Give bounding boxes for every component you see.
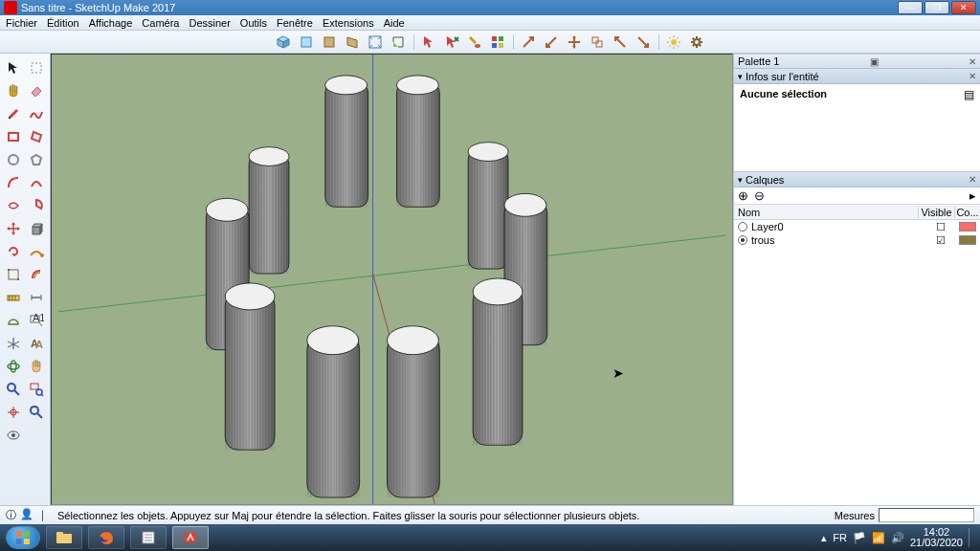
pencil-icon[interactable] xyxy=(3,103,24,124)
tray-flag-icon[interactable]: 🏳️ xyxy=(853,532,866,544)
dimension-icon[interactable] xyxy=(26,287,47,308)
tray-lang[interactable]: FR xyxy=(833,532,847,543)
select-arrow-icon[interactable] xyxy=(3,57,24,78)
palette-header[interactable]: Palette 1 ▣ ✕ xyxy=(734,54,980,69)
tray-sound-icon[interactable]: 🔊 xyxy=(891,532,904,544)
layers-header[interactable]: Calques ✕ xyxy=(734,172,980,187)
arc-icon[interactable] xyxy=(3,172,24,193)
pan-icon[interactable] xyxy=(26,356,47,377)
layers-close-icon[interactable]: ✕ xyxy=(969,174,976,185)
offset-icon[interactable] xyxy=(26,264,47,285)
rotate-icon[interactable] xyxy=(3,241,24,262)
layer-color-swatch[interactable] xyxy=(959,222,976,231)
hand-pan-icon[interactable] xyxy=(3,80,24,101)
scale-icon[interactable] xyxy=(3,264,24,285)
3d-viewport[interactable]: ➤ xyxy=(51,54,733,505)
palette-close-icon[interactable]: ✕ xyxy=(969,56,976,67)
arrow-ne-icon[interactable] xyxy=(518,33,539,52)
tape-icon[interactable] xyxy=(3,287,24,308)
layer-name[interactable]: trous xyxy=(751,234,923,246)
tray-network-icon[interactable]: 📶 xyxy=(872,532,885,544)
layer-color-swatch[interactable] xyxy=(959,235,976,245)
palette-collapse-icon[interactable]: ▣ xyxy=(870,56,879,67)
layer-active-radio[interactable] xyxy=(738,235,747,245)
select-red-icon[interactable] xyxy=(418,33,439,52)
look-around-icon[interactable] xyxy=(3,425,24,446)
layer-active-radio[interactable] xyxy=(738,222,747,231)
taskbar-notepad-icon[interactable] xyxy=(130,526,167,549)
layer-add-icon[interactable]: ⊕ xyxy=(738,188,748,203)
color-icon[interactable] xyxy=(487,33,508,52)
eraser-pink-icon[interactable] xyxy=(26,80,47,101)
start-button[interactable] xyxy=(6,526,40,549)
text-label-icon[interactable]: A1 xyxy=(26,310,47,331)
select-cross-icon[interactable] xyxy=(441,33,462,52)
cube-iso-icon[interactable] xyxy=(273,33,294,52)
axes-icon[interactable] xyxy=(3,333,24,354)
measure-input[interactable] xyxy=(879,508,974,522)
layers-menu-icon[interactable]: ▸ xyxy=(969,188,976,203)
cube-front-icon[interactable] xyxy=(319,33,340,52)
layer-remove-icon[interactable]: ⊖ xyxy=(754,188,765,203)
arrow-move-icon[interactable] xyxy=(564,33,585,52)
arc-3pt-icon[interactable] xyxy=(3,195,24,216)
status-user-icon[interactable]: 👤 xyxy=(20,508,33,522)
menu-fichier[interactable]: Fichier xyxy=(6,17,37,29)
zoom-window-icon[interactable] xyxy=(26,379,47,400)
arrow-sw-icon[interactable] xyxy=(541,33,562,52)
rectangle-select-icon[interactable] xyxy=(26,57,47,78)
taskbar-explorer-icon[interactable] xyxy=(46,526,82,549)
menu-camera[interactable]: Caméra xyxy=(142,17,179,29)
polygon-icon[interactable] xyxy=(26,149,47,170)
paint-icon[interactable] xyxy=(464,33,485,52)
pie-icon[interactable] xyxy=(26,195,47,216)
taskbar-sketchup-icon[interactable] xyxy=(172,526,209,549)
menu-affichage[interactable]: Affichage xyxy=(89,17,133,29)
entityinfo-close-icon[interactable]: ✕ xyxy=(969,71,976,81)
tray-clock[interactable]: 14:02 21/03/2020 xyxy=(910,527,963,548)
circle-icon[interactable] xyxy=(3,149,24,170)
menu-fenetre[interactable]: Fenêtre xyxy=(277,17,313,29)
protractor-icon[interactable] xyxy=(3,310,24,331)
minimize-button[interactable]: — xyxy=(898,1,923,14)
freehand-icon[interactable] xyxy=(26,103,47,124)
layer-row[interactable]: trous ☑ xyxy=(734,233,980,247)
followme-icon[interactable] xyxy=(26,241,47,262)
show-desktop-button[interactable] xyxy=(969,528,974,547)
tray-expand-icon[interactable]: ▴ xyxy=(821,532,827,544)
zoom-ext-icon[interactable] xyxy=(26,402,47,423)
3dtext-icon[interactable]: AA xyxy=(26,333,47,354)
arrow-copy-icon[interactable] xyxy=(587,33,608,52)
move-icon[interactable] xyxy=(3,218,24,239)
arrow-nw-icon[interactable] xyxy=(610,33,631,52)
menu-edition[interactable]: Édition xyxy=(47,17,79,29)
cube-right-icon[interactable] xyxy=(342,33,363,52)
status-help-icon[interactable]: ⓘ xyxy=(6,508,16,522)
menu-outils[interactable]: Outils xyxy=(240,17,267,29)
taskbar-firefox-icon[interactable] xyxy=(88,526,124,549)
zoom-prev-icon[interactable] xyxy=(388,33,409,52)
zoom-extents-icon[interactable] xyxy=(365,33,386,52)
arrow-se-icon[interactable] xyxy=(633,33,654,52)
rectangle-icon[interactable] xyxy=(3,126,24,147)
entityinfo-header[interactable]: Infos sur l'entité ✕ xyxy=(734,69,980,84)
pushpull-icon[interactable] xyxy=(26,218,47,239)
status-geo-icon[interactable]: ｜ xyxy=(37,508,48,522)
cube-top-icon[interactable] xyxy=(296,33,317,52)
layers-col-visible[interactable]: Visible xyxy=(919,207,955,218)
layers-col-name[interactable]: Nom xyxy=(734,207,919,218)
close-button[interactable]: ✕ xyxy=(951,1,976,14)
rotated-rect-icon[interactable] xyxy=(26,126,47,147)
layers-col-color[interactable]: Co... xyxy=(955,207,980,218)
menu-dessiner[interactable]: Dessiner xyxy=(189,17,230,29)
entity-toggle-icon[interactable]: ▤ xyxy=(964,88,974,101)
sun-icon[interactable] xyxy=(663,33,684,52)
maximize-button[interactable]: ❐ xyxy=(924,1,949,14)
orbit-icon[interactable] xyxy=(3,356,24,377)
menu-aide[interactable]: Aide xyxy=(384,17,405,29)
layer-visible-checkbox[interactable]: ☐ xyxy=(923,221,959,233)
layer-visible-checkbox[interactable]: ☑ xyxy=(923,234,959,247)
layer-row[interactable]: Layer0 ☐ xyxy=(734,220,980,233)
menu-extensions[interactable]: Extensions xyxy=(323,17,374,29)
gear-icon[interactable] xyxy=(686,33,707,52)
